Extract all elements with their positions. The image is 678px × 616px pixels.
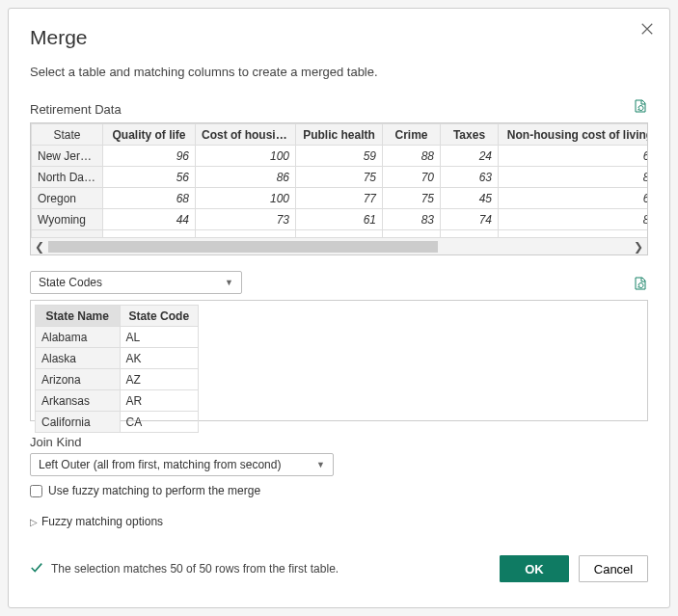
merge-dialog: Merge Select a table and matching column… xyxy=(8,8,670,608)
fuzzy-matching-checkbox[interactable] xyxy=(30,485,42,497)
fuzzy-matching-label: Use fuzzy matching to perform the merge xyxy=(48,484,260,497)
check-icon xyxy=(30,561,43,577)
join-kind-selected: Left Outer (all from first, matching fro… xyxy=(39,458,281,471)
table1-state-cell: New Jersey xyxy=(32,146,103,167)
fuzzy-options-label: Fuzzy matching options xyxy=(41,515,163,528)
table-row[interactable]: ArizonaAZ xyxy=(36,369,199,390)
table1-value-cell: 100 xyxy=(196,188,296,209)
table1-column-header[interactable]: Crime xyxy=(383,124,441,146)
table1-value-cell: 45 xyxy=(441,188,499,209)
table2-name-cell: Alabama xyxy=(36,327,121,348)
dialog-title: Merge xyxy=(30,26,648,49)
table1-value-cell: 74 xyxy=(441,209,499,230)
triangle-right-icon: ▷ xyxy=(30,517,38,527)
table-row[interactable] xyxy=(32,230,648,238)
scroll-thumb[interactable] xyxy=(48,241,438,253)
table1-value-cell: 96 xyxy=(103,146,196,167)
horizontal-scrollbar[interactable]: ❮ ❯ xyxy=(31,237,647,254)
table1-state-cell: Oregon xyxy=(32,188,103,209)
table1-column-header[interactable]: Quality of life xyxy=(103,124,196,146)
table1-value-cell: 83 xyxy=(383,209,441,230)
table2-name-cell: California xyxy=(36,412,121,433)
table1-column-header[interactable]: Non-housing cost of living xyxy=(499,124,648,146)
table1-value-cell: 75 xyxy=(383,188,441,209)
table1-value-cell: 61 xyxy=(296,209,383,230)
table1-value-cell: 24 xyxy=(441,146,499,167)
scroll-track[interactable] xyxy=(48,241,630,253)
table1-value-cell: 80 xyxy=(499,167,648,188)
table1-value-cell: 68 xyxy=(499,146,648,167)
table2-dropdown-label: State Codes xyxy=(39,276,102,289)
table2-column-header[interactable]: State Code xyxy=(120,306,198,327)
close-icon[interactable] xyxy=(640,22,654,39)
table2-code-cell: AR xyxy=(120,390,198,412)
table1-column-header[interactable]: Public health xyxy=(296,124,383,146)
refresh-icon[interactable] xyxy=(633,276,648,294)
table-row[interactable]: AlaskaAK xyxy=(36,348,199,369)
table-row[interactable]: ArkansasAR xyxy=(36,390,199,412)
table2-name-cell: Arizona xyxy=(36,369,121,390)
table1-state-cell: Wyoming xyxy=(32,209,103,230)
table1-value-cell: 56 xyxy=(103,167,196,188)
scroll-right-icon[interactable]: ❯ xyxy=(630,238,647,255)
table-row[interactable]: North Dakota568675706380 xyxy=(32,167,648,188)
table-row[interactable]: New Jersey9610059882468 xyxy=(32,146,648,167)
table-row[interactable]: Oregon6810077754562 xyxy=(32,188,648,209)
table1-value-cell: 100 xyxy=(196,146,296,167)
table1-state-cell: North Dakota xyxy=(32,167,103,188)
table1-column-header[interactable]: Taxes xyxy=(441,124,499,146)
table2-code-cell: AL xyxy=(120,327,198,348)
table1-value-cell: 63 xyxy=(441,167,499,188)
cancel-button[interactable]: Cancel xyxy=(579,555,648,582)
table1-column-header[interactable]: State xyxy=(32,124,103,146)
scroll-left-icon[interactable]: ❮ xyxy=(31,238,48,255)
join-kind-label: Join Kind xyxy=(30,435,648,449)
table2-code-cell: AZ xyxy=(120,369,198,390)
fuzzy-options-expander[interactable]: ▷ Fuzzy matching options xyxy=(30,515,648,528)
table2-code-cell: AK xyxy=(120,348,198,369)
table-row[interactable]: CaliforniaCA xyxy=(36,412,199,433)
table1-value-cell: 73 xyxy=(196,209,296,230)
table1-value-cell: 68 xyxy=(103,188,196,209)
table-row[interactable]: Wyoming447361837489 xyxy=(32,209,648,230)
chevron-down-icon: ▼ xyxy=(316,460,325,469)
table1-value-cell: 70 xyxy=(383,167,441,188)
table1-column-header[interactable]: Cost of housing xyxy=(196,124,296,146)
table1-value-cell: 77 xyxy=(296,188,383,209)
chevron-down-icon: ▼ xyxy=(225,278,233,287)
table1-value-cell: 62 xyxy=(499,188,648,209)
table1-value-cell: 88 xyxy=(383,146,441,167)
table2-code-cell: CA xyxy=(120,412,198,433)
refresh-icon[interactable] xyxy=(633,98,648,117)
table1-value-cell: 89 xyxy=(499,209,648,230)
ok-button[interactable]: OK xyxy=(500,555,569,582)
table1-value-cell: 86 xyxy=(196,167,296,188)
table2-name-cell: Alaska xyxy=(36,348,121,369)
table1-preview[interactable]: StateQuality of lifeCost of housingPubli… xyxy=(30,122,648,255)
join-kind-dropdown[interactable]: Left Outer (all from first, matching fro… xyxy=(30,453,334,476)
table2-dropdown[interactable]: State Codes ▼ xyxy=(30,271,242,294)
table-row[interactable]: AlabamaAL xyxy=(36,327,199,348)
table2-name-cell: Arkansas xyxy=(36,390,121,412)
status-text: The selection matches 50 of 50 rows from… xyxy=(51,562,339,576)
dialog-subtitle: Select a table and matching columns to c… xyxy=(30,65,648,79)
fuzzy-matching-checkbox-row[interactable]: Use fuzzy matching to perform the merge xyxy=(30,484,648,497)
table1-value-cell: 59 xyxy=(296,146,383,167)
table1-label: Retirement Data xyxy=(30,102,122,117)
table2-preview[interactable]: State NameState Code AlabamaALAlaskaAKAr… xyxy=(30,300,648,421)
table1-value-cell: 75 xyxy=(296,167,383,188)
table1-value-cell: 44 xyxy=(103,209,196,230)
table2-column-header[interactable]: State Name xyxy=(36,306,121,327)
